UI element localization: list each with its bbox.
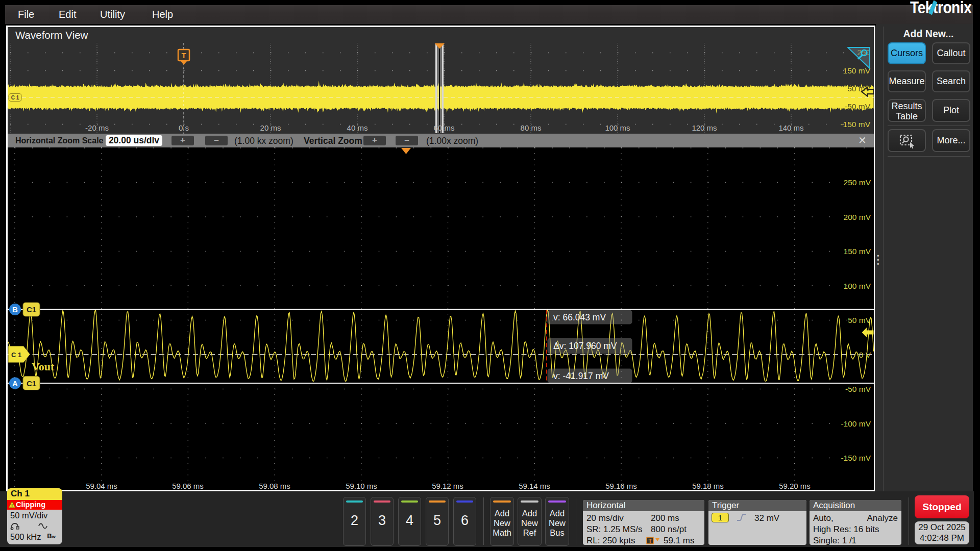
svg-text:v: -41.917 mV: v: -41.917 mV [553,371,609,381]
svg-text:59.04 ms: 59.04 ms [86,482,117,490]
svg-text:v: 66.043 mV: v: 66.043 mV [553,312,606,322]
svg-text:-20 ms: -20 ms [85,123,109,132]
svg-text:C 1: C 1 [11,95,19,101]
svg-text:200 mV: 200 mV [844,213,871,221]
svg-text:C 1: C 1 [11,351,21,359]
svg-text:T: T [648,538,652,544]
svg-text:100 mV: 100 mV [844,282,871,290]
svg-text:20 ms: 20 ms [260,123,281,132]
svg-text:60 ms: 60 ms [434,123,455,132]
svg-text:Δv: 107.960 mV: Δv: 107.960 mV [553,341,617,351]
svg-text:59.06 ms: 59.06 ms [172,482,204,490]
svg-text:-150 mV: -150 mV [841,454,871,462]
svg-text:T: T [181,51,186,60]
svg-text:0 s: 0 s [179,123,189,132]
svg-text:150 mV: 150 mV [843,66,871,75]
svg-text:59.10 ms: 59.10 ms [346,482,377,490]
svg-text:59.20 ms: 59.20 ms [779,482,811,490]
svg-text:0 V: 0 V [859,350,871,359]
svg-text:-50 mV: -50 mV [845,385,871,393]
svg-text:100 ms: 100 ms [605,123,630,132]
svg-text:120 ms: 120 ms [692,123,717,132]
svg-text:A: A [12,379,18,388]
svg-text:59.08 ms: 59.08 ms [259,482,290,490]
svg-text:-150 mV: -150 mV [840,120,870,129]
svg-text:140 ms: 140 ms [778,123,803,132]
svg-text:-100 mV: -100 mV [841,419,871,428]
svg-text:40 ms: 40 ms [347,123,368,132]
svg-text:C1: C1 [27,305,36,314]
svg-text:Vout: Vout [32,360,55,373]
svg-text:250 mV: 250 mV [844,178,871,187]
svg-text:59.18 ms: 59.18 ms [692,482,724,490]
svg-text:150 mV: 150 mV [844,247,871,256]
svg-text:50 mV: 50 mV [848,316,871,324]
svg-text:B: B [12,305,18,314]
svg-text:-50 mV: -50 mV [845,102,871,111]
svg-text:59.14 ms: 59.14 ms [519,482,550,490]
svg-text:59.12 ms: 59.12 ms [432,482,463,490]
svg-text:!: ! [11,503,13,508]
svg-text:59.16 ms: 59.16 ms [605,482,637,490]
svg-text:C1: C1 [27,379,36,388]
svg-text:80 ms: 80 ms [521,123,542,132]
